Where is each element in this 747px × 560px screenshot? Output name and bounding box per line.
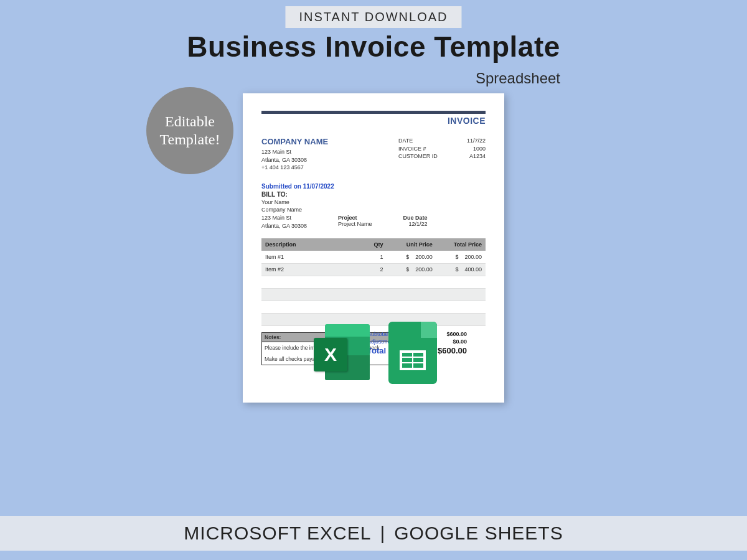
- cell-qty: 1: [365, 251, 387, 263]
- col-description: Description: [261, 238, 365, 251]
- excel-icon: X: [310, 322, 372, 384]
- invoice-meta: DATE 11/7/22 INVOICE # 1000 CUSTOMER ID …: [398, 137, 486, 172]
- col-qty: Qty: [365, 238, 387, 251]
- instant-download-pill: INSTANT DOWNLOAD: [285, 6, 461, 28]
- cell-qty: 2: [365, 263, 387, 276]
- app-icons-row: X: [243, 322, 504, 384]
- editable-template-badge: Editable Template!: [146, 87, 233, 174]
- google-sheets-icon: [388, 322, 437, 384]
- cell-unit: $ 200.00: [387, 263, 436, 276]
- meta-invoice-label: INVOICE #: [398, 145, 442, 153]
- page-title: Business Invoice Template: [0, 30, 747, 63]
- badge-line: Editable: [165, 113, 215, 131]
- cell-desc: Item #2: [261, 263, 365, 276]
- company-address-line: 123 Main St: [261, 148, 328, 156]
- meta-customer-label: CUSTOMER ID: [398, 152, 442, 161]
- cell-unit: $ 200.00: [387, 251, 436, 263]
- bill-to-addr: Atlanta, GA 30308: [261, 222, 307, 230]
- footer-right: GOOGLE SHEETS: [394, 523, 563, 544]
- submitted-on: Submitted on 11/07/2022: [261, 183, 486, 190]
- sheets-grid-icon: [400, 350, 426, 370]
- project-label: Project: [338, 215, 372, 221]
- meta-customer-value: A1234: [461, 152, 486, 161]
- due-date-label: Due Date: [403, 215, 428, 221]
- table-row: [261, 301, 486, 313]
- company-address-line: Atlanta, GA 30308: [261, 156, 328, 164]
- meta-invoice-value: 1000: [461, 145, 486, 153]
- cell-desc: Item #1: [261, 251, 365, 263]
- company-name: COMPANY NAME: [261, 137, 328, 146]
- excel-letter: X: [314, 338, 347, 371]
- footer-left: MICROSOFT EXCEL: [184, 523, 371, 544]
- invoice-top-rule: [261, 111, 486, 114]
- table-row: [261, 288, 486, 301]
- bill-to-addr: 123 Main St: [261, 214, 307, 222]
- cell-total: $ 400.00: [436, 263, 486, 276]
- page-subtitle: Spreadsheet: [476, 70, 560, 87]
- invoice-document: INVOICE COMPANY NAME 123 Main St Atlanta…: [243, 93, 504, 403]
- footer-separator: |: [380, 523, 385, 544]
- bill-to-label: BILL TO:: [261, 191, 486, 198]
- col-unit-price: Unit Price: [387, 238, 436, 251]
- badge-line: Template!: [160, 131, 220, 149]
- invoice-heading: INVOICE: [261, 116, 486, 126]
- project-value: Project Name: [338, 221, 372, 227]
- meta-date-value: 11/7/22: [461, 137, 486, 145]
- bill-to-name: Your Name: [261, 198, 307, 207]
- bill-to-company: Company Name: [261, 206, 307, 214]
- table-header-row: Description Qty Unit Price Total Price: [261, 238, 486, 251]
- table-row: Item #11$ 200.00$ 200.00: [261, 251, 486, 263]
- cell-total: $ 200.00: [436, 251, 486, 263]
- col-total-price: Total Price: [436, 238, 486, 251]
- table-row: [261, 276, 486, 288]
- line-items-table: Description Qty Unit Price Total Price I…: [261, 238, 486, 326]
- meta-date-label: DATE: [398, 137, 442, 145]
- due-date-value: 12/1/22: [403, 221, 428, 227]
- company-phone: +1 404 123 4567: [261, 164, 328, 172]
- footer-bar: MICROSOFT EXCEL | GOOGLE SHEETS: [0, 516, 747, 551]
- table-row: Item #22$ 200.00$ 400.00: [261, 263, 486, 276]
